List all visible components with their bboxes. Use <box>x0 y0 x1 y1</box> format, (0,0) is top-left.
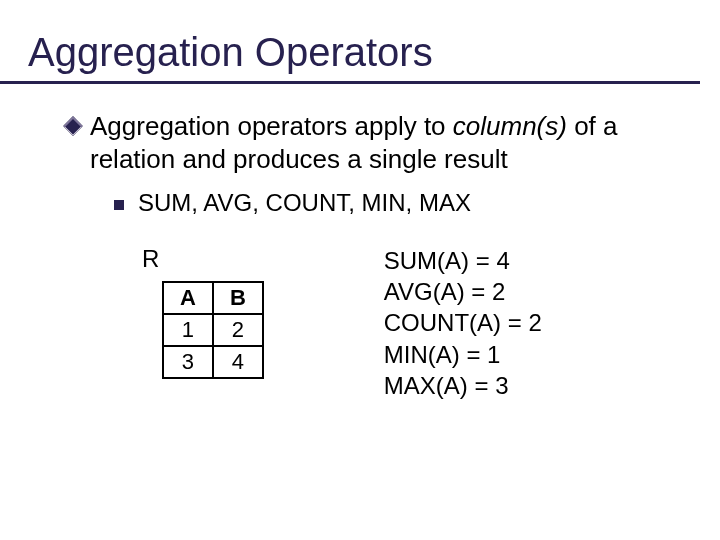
slide-body: Aggregation operators apply to column(s)… <box>0 84 720 401</box>
square-icon <box>114 200 124 210</box>
result-line: SUM(A) = 4 <box>384 245 542 276</box>
result-line: MIN(A) = 1 <box>384 339 542 370</box>
relation-table: A B 1 2 3 4 <box>162 281 264 379</box>
result-line: COUNT(A) = 2 <box>384 307 542 338</box>
relation-name: R <box>142 245 264 273</box>
cell: 2 <box>213 314 263 346</box>
cell: 3 <box>163 346 213 378</box>
col-header: A <box>163 282 213 314</box>
cell: 4 <box>213 346 263 378</box>
lead-pre: Aggregation operators apply to <box>90 111 453 141</box>
sub-bullet-text: SUM, AVG, COUNT, MIN, MAX <box>138 189 471 217</box>
bullet-level1: Aggregation operators apply to column(s)… <box>66 110 690 175</box>
bullet-level2: SUM, AVG, COUNT, MIN, MAX <box>114 189 690 217</box>
table-row: 3 4 <box>163 346 263 378</box>
lead-em: column(s) <box>453 111 567 141</box>
example-row: R A B 1 2 3 4 SUM(A) = 4 AVG(A) = 2 COUN… <box>136 245 690 401</box>
table-header-row: A B <box>163 282 263 314</box>
col-header: B <box>213 282 263 314</box>
table-row: 1 2 <box>163 314 263 346</box>
result-line: AVG(A) = 2 <box>384 276 542 307</box>
cell: 1 <box>163 314 213 346</box>
slide-title: Aggregation Operators <box>28 30 700 75</box>
lead-paragraph: Aggregation operators apply to column(s)… <box>90 110 690 175</box>
title-bar: Aggregation Operators <box>0 0 700 84</box>
relation-block: R A B 1 2 3 4 <box>136 245 264 379</box>
aggregate-results: SUM(A) = 4 AVG(A) = 2 COUNT(A) = 2 MIN(A… <box>384 245 542 401</box>
diamond-icon <box>66 119 80 133</box>
result-line: MAX(A) = 3 <box>384 370 542 401</box>
